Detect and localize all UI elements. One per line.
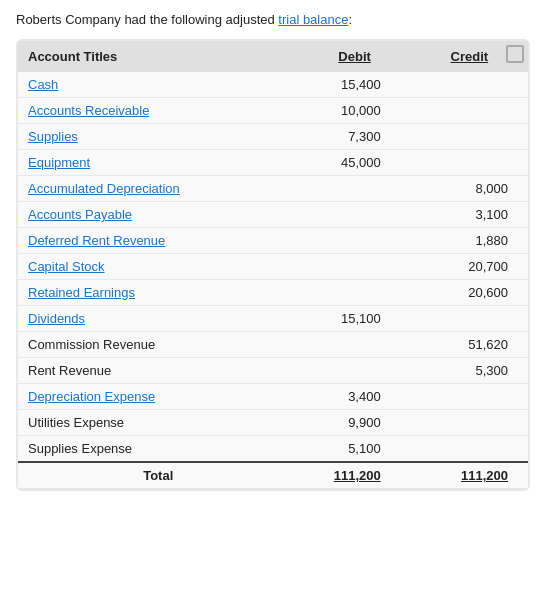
table-row: Equipment45,000 [18,150,528,176]
cell-credit [411,410,528,436]
cell-credit [411,384,528,410]
table-row: Accumulated Depreciation8,000 [18,176,528,202]
header-debit: Debit [299,41,411,72]
cell-account-title: Rent Revenue [18,358,299,384]
cell-credit: 20,600 [411,280,528,306]
account-link[interactable]: Retained Earnings [28,285,135,300]
cell-account-title: Commission Revenue [18,332,299,358]
table-row: Supplies7,300 [18,124,528,150]
cell-credit [411,436,528,463]
cell-credit: 1,880 [411,228,528,254]
trial-balance-table: Account Titles Debit Credit Cash15,400Ac… [18,41,528,489]
cell-credit: 8,000 [411,176,528,202]
cell-account-title: Supplies Expense [18,436,299,463]
table-row: Deferred Rent Revenue1,880 [18,228,528,254]
cell-credit: 51,620 [411,332,528,358]
cell-debit [299,228,411,254]
table-row: Accounts Receivable10,000 [18,98,528,124]
cell-debit: 7,300 [299,124,411,150]
cell-debit: 9,900 [299,410,411,436]
intro-prefix: Roberts Company had the following adjust… [16,12,278,27]
cell-account-title[interactable]: Accumulated Depreciation [18,176,299,202]
cell-debit [299,176,411,202]
intro-text: Roberts Company had the following adjust… [16,12,530,27]
cell-credit [411,124,528,150]
cell-credit [411,306,528,332]
total-debit: 111,200 [299,462,411,489]
table-row: Commission Revenue51,620 [18,332,528,358]
cell-debit: 45,000 [299,150,411,176]
cell-account-title[interactable]: Retained Earnings [18,280,299,306]
table-row: Utilities Expense9,900 [18,410,528,436]
cell-account-title[interactable]: Equipment [18,150,299,176]
header-credit: Credit [411,41,528,72]
total-label: Total [18,462,299,489]
cell-credit [411,150,528,176]
cell-account-title: Utilities Expense [18,410,299,436]
cell-debit: 3,400 [299,384,411,410]
table-row: Rent Revenue5,300 [18,358,528,384]
cell-account-title[interactable]: Depreciation Expense [18,384,299,410]
cell-credit [411,98,528,124]
table-row: Capital Stock20,700 [18,254,528,280]
table-row: Cash15,400 [18,72,528,98]
cell-credit [411,72,528,98]
cell-debit [299,202,411,228]
table-row: Retained Earnings20,600 [18,280,528,306]
table-row: Dividends15,100 [18,306,528,332]
table-header-row: Account Titles Debit Credit [18,41,528,72]
cell-account-title[interactable]: Supplies [18,124,299,150]
account-link[interactable]: Accumulated Depreciation [28,181,180,196]
table-row: Supplies Expense5,100 [18,436,528,463]
cell-credit: 20,700 [411,254,528,280]
account-link[interactable]: Capital Stock [28,259,105,274]
trial-balance-link[interactable]: trial balance [278,12,348,27]
table-container: Account Titles Debit Credit Cash15,400Ac… [16,39,530,491]
cell-debit [299,280,411,306]
cell-debit [299,254,411,280]
total-row: Total111,200111,200 [18,462,528,489]
account-link[interactable]: Supplies [28,129,78,144]
cell-debit: 15,100 [299,306,411,332]
cell-debit [299,332,411,358]
account-link[interactable]: Depreciation Expense [28,389,155,404]
cell-credit: 3,100 [411,202,528,228]
cell-account-title[interactable]: Deferred Rent Revenue [18,228,299,254]
cell-debit: 5,100 [299,436,411,463]
account-link[interactable]: Equipment [28,155,90,170]
cell-account-title[interactable]: Accounts Receivable [18,98,299,124]
cell-account-title[interactable]: Dividends [18,306,299,332]
intro-suffix: : [348,12,352,27]
cell-credit: 5,300 [411,358,528,384]
account-link[interactable]: Deferred Rent Revenue [28,233,165,248]
table-row: Depreciation Expense3,400 [18,384,528,410]
cell-debit: 10,000 [299,98,411,124]
header-account-titles: Account Titles [18,41,299,72]
total-credit: 111,200 [411,462,528,489]
table-row: Accounts Payable3,100 [18,202,528,228]
cell-debit [299,358,411,384]
cell-account-title[interactable]: Accounts Payable [18,202,299,228]
account-link[interactable]: Dividends [28,311,85,326]
account-link[interactable]: Cash [28,77,58,92]
cell-account-title[interactable]: Capital Stock [18,254,299,280]
account-link[interactable]: Accounts Receivable [28,103,149,118]
cell-account-title[interactable]: Cash [18,72,299,98]
cell-debit: 15,400 [299,72,411,98]
account-link[interactable]: Accounts Payable [28,207,132,222]
